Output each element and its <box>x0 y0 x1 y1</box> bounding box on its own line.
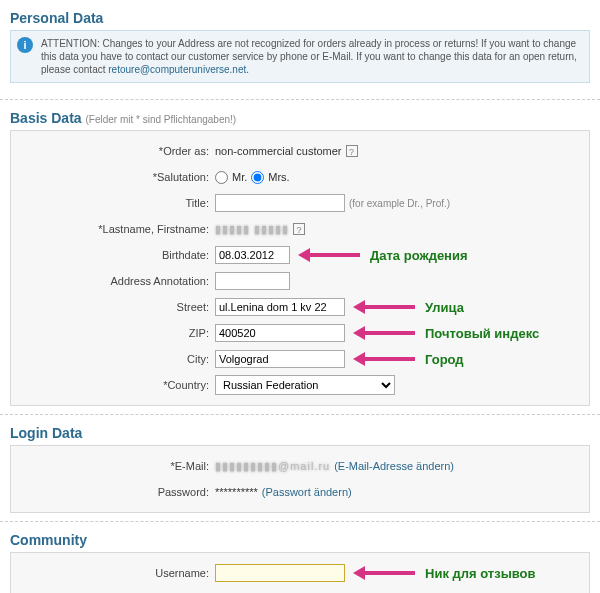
country-select[interactable]: Russian Federation <box>215 375 395 395</box>
username-annotation: Ник для отзывов <box>425 566 536 581</box>
salutation-label: *Salutation: <box>15 171 215 183</box>
password-label: Password: <box>15 486 215 498</box>
mr-radio[interactable] <box>215 171 228 184</box>
email-value: ▮▮▮▮▮▮▮▮▮@mail.ru <box>215 460 330 473</box>
basis-data-heading: Basis Data (Felder mit * sind Pflichtang… <box>10 110 590 126</box>
address-ann-input[interactable] <box>215 272 290 290</box>
mrs-label: Mrs. <box>268 171 289 183</box>
city-annotation: Город <box>425 352 464 367</box>
zip-annotation: Почтовый индекс <box>425 326 539 341</box>
street-annotation: Улица <box>425 300 464 315</box>
title-hint: (for example Dr., Prof.) <box>349 198 450 209</box>
basis-panel: *Order as: non-commercial customer ? *Sa… <box>10 130 590 406</box>
title-input[interactable] <box>215 194 345 212</box>
name-label: *Lastname, Firstname: <box>15 223 215 235</box>
birthdate-annotation: Дата рождения <box>370 248 468 263</box>
zip-input[interactable] <box>215 324 345 342</box>
arrow-icon <box>353 326 415 340</box>
username-input[interactable] <box>215 564 345 582</box>
change-password-link[interactable]: (Passwort ändern) <box>262 486 352 498</box>
city-input[interactable] <box>215 350 345 368</box>
login-panel: *E-Mail: ▮▮▮▮▮▮▮▮▮@mail.ru (E-Mail-Adres… <box>10 445 590 513</box>
community-panel: Username: Ник для отзывов Here you can m… <box>10 552 590 593</box>
help-icon[interactable]: ? <box>293 223 305 235</box>
title-label: Title: <box>15 197 215 209</box>
city-label: City: <box>15 353 215 365</box>
retoure-email-link[interactable]: retoure@computeruniverse.net <box>108 64 246 75</box>
arrow-icon <box>298 248 360 262</box>
attention-text: ATTENTION: Changes to your Address are n… <box>41 37 583 76</box>
birthdate-label: Birthdate: <box>15 249 215 261</box>
street-label: Street: <box>15 301 215 313</box>
zip-label: ZIP: <box>15 327 215 339</box>
country-label: *Country: <box>15 379 215 391</box>
arrow-icon <box>353 352 415 366</box>
email-label: *E-Mail: <box>15 460 215 472</box>
attention-box: i ATTENTION: Changes to your Address are… <box>10 30 590 83</box>
info-icon: i <box>17 37 33 53</box>
personal-data-heading: Personal Data <box>10 10 590 26</box>
mrs-radio[interactable] <box>251 171 264 184</box>
address-ann-label: Address Annotation: <box>15 275 215 287</box>
name-value: ▮▮▮▮▮ ▮▮▮▮▮ <box>215 223 289 236</box>
password-value: ********** <box>215 486 258 498</box>
arrow-icon <box>353 300 415 314</box>
basis-subtitle: (Felder mit * sind Pflichtangaben!) <box>85 114 236 125</box>
street-input[interactable] <box>215 298 345 316</box>
username-label: Username: <box>15 567 215 579</box>
login-data-heading: Login Data <box>10 425 590 441</box>
help-icon[interactable]: ? <box>346 145 358 157</box>
arrow-icon <box>353 566 415 580</box>
birthdate-input[interactable] <box>215 246 290 264</box>
community-heading: Community <box>10 532 590 548</box>
order-as-label: *Order as: <box>15 145 215 157</box>
change-email-link[interactable]: (E-Mail-Adresse ändern) <box>334 460 454 472</box>
order-as-value: non-commercial customer <box>215 145 342 157</box>
mr-label: Mr. <box>232 171 247 183</box>
